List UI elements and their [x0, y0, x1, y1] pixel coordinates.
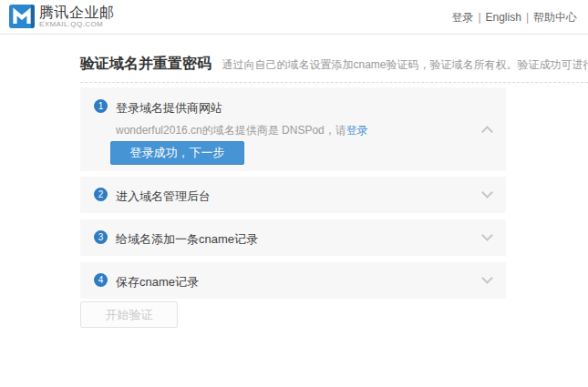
step-4-save-cname[interactable]: 4 保存cname记录 [80, 262, 506, 299]
chevron-down-icon[interactable] [481, 272, 493, 284]
step-2-number-badge: 2 [94, 188, 108, 201]
exmail-domain-verify-page: 腾讯企业邮 EXMAIL.QQ.COM 登录|English|帮助中心 验证域名… [0, 0, 588, 387]
chevron-up-icon[interactable] [481, 126, 493, 137]
link-separator: | [526, 11, 529, 24]
logo-text: 腾讯企业邮 EXMAIL.QQ.COM [39, 5, 115, 28]
step-1-description-text: wonderful2016.cn的域名提供商是 DNSPod，请 [116, 124, 346, 137]
dashed-divider [80, 82, 588, 83]
step-1-description: wonderful2016.cn的域名提供商是 DNSPod，请登录 [116, 123, 368, 138]
exmail-logo[interactable]: 腾讯企业邮 EXMAIL.QQ.COM [9, 5, 115, 28]
step-2-title: 进入域名管理后台 [116, 188, 211, 205]
header: 腾讯企业邮 EXMAIL.QQ.COM 登录|English|帮助中心 [0, 0, 588, 35]
step-4-title: 保存cname记录 [116, 274, 199, 290]
start-verify-button[interactable]: 开始验证 [80, 301, 178, 328]
link-separator: | [478, 11, 480, 24]
page-title: 验证域名并重置密码 [80, 56, 211, 71]
step-1-login-provider: 1 登录域名提供商网站 wonderful2016.cn的域名提供商是 DNSP… [80, 87, 506, 171]
english-link[interactable]: English [486, 11, 521, 24]
logo-subtitle: EXMAIL.QQ.COM [39, 20, 115, 28]
step-2-domain-admin[interactable]: 2 进入域名管理后台 [80, 177, 506, 213]
header-links: 登录|English|帮助中心 [451, 10, 577, 25]
title-row: 验证域名并重置密码 通过向自己的域名设置添加cname验证码，验证域名所有权。验… [80, 55, 582, 74]
steps-accordion: 1 登录域名提供商网站 wonderful2016.cn的域名提供商是 DNSP… [80, 87, 506, 305]
login-link[interactable]: 登录 [451, 11, 473, 24]
chevron-down-icon[interactable] [481, 229, 493, 241]
step-4-number-badge: 4 [94, 273, 108, 287]
page-subtitle: 通过向自己的域名设置添加cname验证码，验证域名所有权。验证成功可进行密码设置 [222, 58, 588, 71]
chevron-down-icon[interactable] [481, 187, 493, 199]
step-1-number-badge: 1 [94, 99, 108, 113]
step-3-add-cname[interactable]: 3 给域名添加一条cname记录 [80, 219, 506, 256]
step-3-title: 给域名添加一条cname记录 [116, 231, 258, 248]
login-success-next-button[interactable]: 登录成功，下一步 [110, 141, 244, 165]
step-1-title: 登录域名提供商网站 [116, 100, 222, 117]
provider-login-link[interactable]: 登录 [346, 124, 368, 137]
help-center-link[interactable]: 帮助中心 [533, 11, 577, 24]
step-3-number-badge: 3 [94, 230, 108, 244]
logo-title: 腾讯企业邮 [39, 5, 115, 20]
exmail-logo-icon [9, 5, 35, 28]
